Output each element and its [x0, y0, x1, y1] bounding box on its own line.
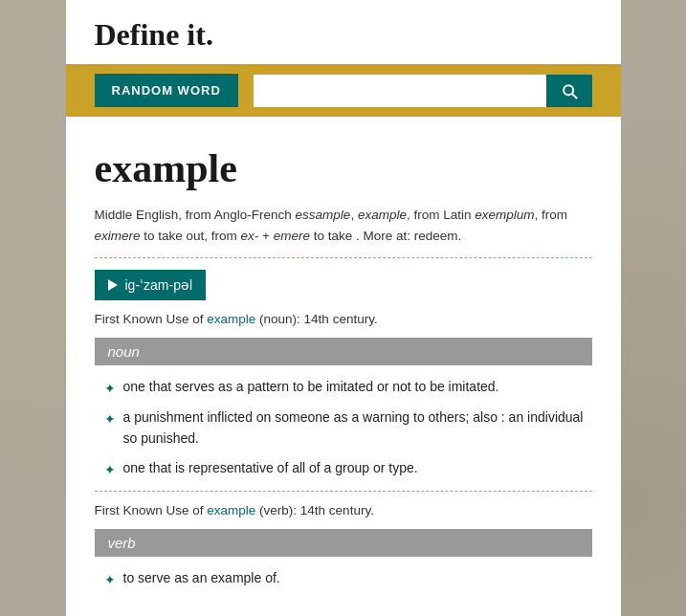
- search-input[interactable]: [254, 75, 546, 107]
- definitions-verb-list: ✦ to serve as an example of.: [95, 568, 592, 589]
- etymology: Middle English, from Anglo-French essamp…: [95, 205, 592, 246]
- divider-2: [95, 491, 592, 492]
- bullet-icon: ✦: [104, 460, 116, 481]
- pos-header-verb: verb: [95, 529, 592, 557]
- bullet-icon: ✦: [104, 570, 116, 591]
- first-known-use-noun: First Known Use of example (noun): 14th …: [95, 312, 592, 326]
- definition-text: one that serves as a pattern to be imita…: [123, 379, 499, 394]
- verb-section: verb ✦ to serve as an example of.: [95, 529, 592, 589]
- definitions-noun-list: ✦ one that serves as a pattern to be imi…: [95, 377, 592, 479]
- search-button[interactable]: [546, 75, 592, 107]
- bullet-icon: ✦: [104, 379, 116, 400]
- play-icon: [108, 279, 118, 291]
- list-item: ✦ one that is representative of all of a…: [104, 458, 592, 479]
- definition-text: to serve as an example of.: [123, 570, 280, 585]
- search-icon: [560, 81, 579, 100]
- definition-text: one that is representative of all of a g…: [123, 460, 418, 475]
- word-title: example: [95, 145, 592, 191]
- first-known-use-verb-link[interactable]: example: [207, 503, 255, 517]
- divider-1: [95, 257, 592, 258]
- pos-header-noun: noun: [95, 338, 592, 365]
- list-item: ✦ a punishment inflicted on someone as a…: [104, 407, 592, 449]
- pronunciation-button[interactable]: ig-ˈzam-pəl: [95, 270, 207, 300]
- first-known-use-noun-link[interactable]: example: [207, 312, 255, 326]
- list-item: ✦ to serve as an example of.: [104, 568, 592, 589]
- page-wrapper: Define it. RANDOM WORD example Middle En…: [66, 0, 621, 616]
- definition-text: a punishment inflicted on someone as a w…: [123, 409, 584, 446]
- content: example Middle English, from Anglo-Frenc…: [66, 117, 621, 616]
- random-word-button[interactable]: RANDOM WORD: [95, 74, 238, 107]
- bullet-icon: ✦: [104, 409, 116, 430]
- site-title: Define it.: [95, 17, 592, 53]
- list-item: ✦ one that serves as a pattern to be imi…: [104, 377, 592, 398]
- header: Define it.: [66, 0, 621, 64]
- pronunciation-text: ig-ˈzam-pəl: [125, 277, 193, 293]
- search-container: [254, 75, 592, 107]
- first-known-use-verb: First Known Use of example (verb): 14th …: [95, 503, 592, 517]
- toolbar: RANDOM WORD: [66, 64, 621, 117]
